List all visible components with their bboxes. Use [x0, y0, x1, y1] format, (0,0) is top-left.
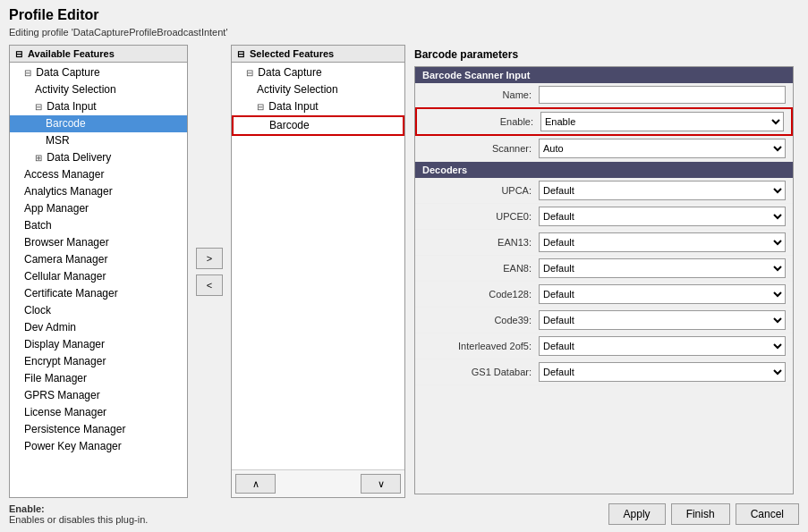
available-features-header: ⊟ Available Features — [10, 46, 187, 63]
available-item-batch[interactable]: Batch — [10, 217, 187, 234]
interleaved-label: Interleaved 2of5: — [422, 341, 539, 351]
selected-item-barcode[interactable]: Barcode — [232, 115, 404, 136]
ean8-control[interactable]: DefaultEnabledDisabled — [539, 258, 786, 278]
code128-control[interactable]: DefaultEnabledDisabled — [539, 284, 786, 304]
available-item-msr[interactable]: MSR — [10, 132, 187, 149]
transfer-forward-button[interactable]: > — [196, 248, 223, 269]
gs1-select[interactable]: DefaultEnabledDisabled — [539, 362, 786, 382]
plus-icon-dd: ⊞ — [35, 153, 42, 163]
available-expand-icon: ⊟ — [15, 49, 22, 59]
available-item-power-key-manager[interactable]: Power Key Manager — [10, 438, 187, 455]
upce0-select[interactable]: DefaultEnabledDisabled — [539, 207, 786, 226]
scanner-input-section-header: Barcode Scanner Input — [415, 67, 793, 83]
available-features-label: Available Features — [28, 48, 115, 59]
apply-button[interactable]: Apply — [608, 503, 666, 525]
available-item-encrypt-manager[interactable]: Encrypt Manager — [10, 353, 187, 370]
selected-item-activity-selection[interactable]: Activity Selection — [232, 81, 404, 98]
selected-item-data-capture[interactable]: ⊟ Data Capture — [232, 64, 404, 81]
upca-select[interactable]: DefaultEnabledDisabled — [539, 181, 786, 200]
available-item-app-manager[interactable]: App Manager — [10, 200, 187, 217]
available-item-file-manager[interactable]: File Manager — [10, 370, 187, 387]
scanner-param-row: Scanner: Auto Internal Scanner Bluetooth… — [415, 136, 793, 162]
enable-select[interactable]: Enable Disable — [540, 112, 784, 131]
name-param-row: Name: — [415, 83, 793, 107]
scanner-label: Scanner: — [422, 143, 539, 154]
minus-icon-dc: ⊟ — [24, 68, 31, 78]
window-title: Profile Editor — [9, 7, 799, 23]
selected-features-label: Selected Features — [250, 48, 334, 59]
available-item-dev-admin[interactable]: Dev Admin — [10, 319, 187, 336]
params-container: Barcode Scanner Input Name: Enable: Enab… — [414, 66, 794, 494]
decoders-section-header: Decoders — [415, 162, 793, 178]
move-up-button[interactable]: ∧ — [235, 474, 276, 494]
code39-label: Code39: — [422, 315, 539, 325]
ean13-param-row: EAN13: DefaultEnabledDisabled — [415, 230, 793, 256]
ean8-param-row: EAN8: DefaultEnabledDisabled — [415, 256, 793, 282]
available-item-activity-selection[interactable]: Activity Selection — [10, 81, 187, 98]
move-buttons-area: ∧ ∨ — [232, 469, 404, 497]
available-item-gprs-manager[interactable]: GPRS Manager — [10, 387, 187, 404]
action-buttons: Apply Finish Cancel — [608, 503, 799, 525]
transfer-buttons-area: > < — [191, 45, 227, 498]
code128-label: Code128: — [422, 289, 539, 300]
available-item-barcode[interactable]: Barcode — [10, 115, 187, 132]
available-item-display-manager[interactable]: Display Manager — [10, 336, 187, 353]
code128-select[interactable]: DefaultEnabledDisabled — [539, 284, 786, 304]
cancel-button[interactable]: Cancel — [736, 503, 799, 525]
gs1-control[interactable]: DefaultEnabledDisabled — [539, 362, 786, 382]
code39-param-row: Code39: DefaultEnabledDisabled — [415, 308, 793, 334]
upca-label: UPCA: — [422, 185, 539, 196]
available-item-data-delivery[interactable]: ⊞ Data Delivery — [10, 149, 187, 166]
ean8-select[interactable]: DefaultEnabledDisabled — [539, 258, 786, 278]
scanner-select[interactable]: Auto Internal Scanner Bluetooth Scanner — [539, 139, 786, 158]
available-item-persistence-manager[interactable]: Persistence Manager — [10, 421, 187, 438]
upce0-control[interactable]: DefaultEnabledDisabled — [539, 207, 786, 226]
upca-control[interactable]: DefaultEnabledDisabled — [539, 181, 786, 200]
main-content: ⊟ Available Features ⊟ Data Capture Acti… — [9, 45, 799, 498]
name-control[interactable] — [539, 86, 786, 104]
barcode-parameters-panel: Barcode parameters Barcode Scanner Input… — [409, 45, 799, 498]
available-item-license-manager[interactable]: License Manager — [10, 404, 187, 421]
scanner-control[interactable]: Auto Internal Scanner Bluetooth Scanner — [539, 139, 786, 158]
ean13-label: EAN13: — [422, 237, 539, 248]
finish-button[interactable]: Finish — [671, 503, 730, 525]
selected-features-header: ⊟ Selected Features — [232, 46, 404, 63]
available-features-body[interactable]: ⊟ Data Capture Activity Selection ⊟ Data… — [10, 63, 187, 497]
ean13-control[interactable]: DefaultEnabledDisabled — [539, 232, 786, 252]
enable-control[interactable]: Enable Disable — [540, 112, 784, 131]
available-item-data-capture[interactable]: ⊟ Data Capture — [10, 64, 187, 81]
gs1-param-row: GS1 Databar: DefaultEnabledDisabled — [415, 359, 793, 385]
code128-param-row: Code128: DefaultEnabledDisabled — [415, 282, 793, 308]
selected-expand-icon: ⊟ — [237, 49, 244, 59]
selected-features-body[interactable]: ⊟ Data Capture Activity Selection ⊟ Data… — [232, 63, 404, 469]
available-features-panel: ⊟ Available Features ⊟ Data Capture Acti… — [9, 45, 188, 498]
enable-label: Enable: — [424, 116, 540, 127]
help-text: Enable: Enables or disables this plug-in… — [9, 503, 148, 525]
enable-param-row: Enable: Enable Disable — [415, 107, 793, 136]
interleaved-select[interactable]: DefaultEnabledDisabled — [539, 336, 786, 356]
selected-item-data-input[interactable]: ⊟ Data Input — [232, 98, 404, 115]
upca-param-row: UPCA: DefaultEnabledDisabled — [415, 178, 793, 204]
selected-minus-icon-dc: ⊟ — [246, 68, 253, 78]
available-item-data-input[interactable]: ⊟ Data Input — [10, 98, 187, 115]
available-item-clock[interactable]: Clock — [10, 302, 187, 319]
available-item-browser-manager[interactable]: Browser Manager — [10, 234, 187, 251]
interleaved-control[interactable]: DefaultEnabledDisabled — [539, 336, 786, 356]
available-item-camera-manager[interactable]: Camera Manager — [10, 251, 187, 268]
code39-control[interactable]: DefaultEnabledDisabled — [539, 310, 786, 330]
available-item-certificate-manager[interactable]: Certificate Manager — [10, 285, 187, 302]
ean13-select[interactable]: DefaultEnabledDisabled — [539, 232, 786, 252]
move-down-button[interactable]: ∨ — [361, 474, 401, 494]
ean8-label: EAN8: — [422, 263, 539, 274]
upce0-param-row: UPCE0: DefaultEnabledDisabled — [415, 204, 793, 230]
transfer-backward-button[interactable]: < — [196, 274, 223, 296]
name-input[interactable] — [539, 86, 786, 104]
help-title: Enable: — [9, 503, 45, 514]
code39-select[interactable]: DefaultEnabledDisabled — [539, 310, 786, 330]
selected-minus-icon-di: ⊟ — [257, 102, 264, 112]
available-item-cellular-manager[interactable]: Cellular Manager — [10, 268, 187, 285]
available-item-access-manager[interactable]: Access Manager — [10, 166, 187, 183]
name-label: Name: — [422, 89, 539, 100]
minus-icon-di: ⊟ — [35, 102, 42, 112]
available-item-analytics-manager[interactable]: Analytics Manager — [10, 183, 187, 200]
